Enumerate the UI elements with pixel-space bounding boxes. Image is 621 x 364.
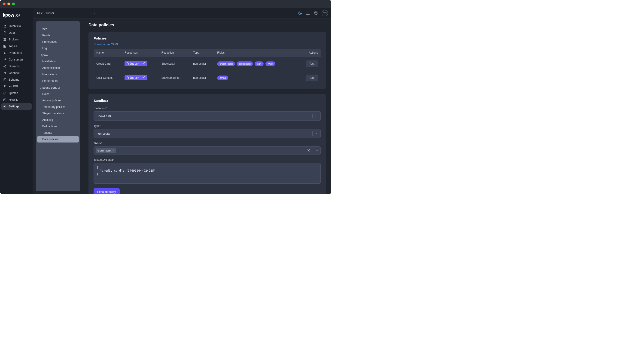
fields-tag-input[interactable]: credit_card✕ ✕ bbox=[94, 147, 321, 154]
notifications-button[interactable] bbox=[306, 11, 310, 15]
subnav-integrations[interactable]: Integrations bbox=[37, 71, 79, 78]
svg-rect-1 bbox=[4, 40, 6, 41]
nav-item-label: kREPL bbox=[9, 98, 18, 101]
clear-all-icon[interactable]: ✕ bbox=[307, 148, 311, 153]
subnav-group-kpow: Kpow bbox=[37, 51, 79, 58]
document-icon bbox=[3, 31, 6, 34]
subnav-temporary-policies[interactable]: Temporary policies bbox=[37, 104, 79, 110]
subnav-log[interactable]: Log bbox=[37, 45, 79, 51]
svg-rect-15 bbox=[4, 99, 6, 101]
field-pill: credit_card bbox=[217, 61, 235, 66]
table-row: Credit Card [cluster, *] ShowLast4 non-s… bbox=[94, 57, 321, 71]
table-header-row: Name Resources Redaction Type Fields Act… bbox=[94, 49, 321, 57]
svg-point-8 bbox=[5, 67, 6, 67]
cell-fields: credit_card creditcard pan type bbox=[214, 57, 298, 71]
settings-subnav: User Profile Preferences Log Kpow Instal… bbox=[36, 21, 80, 191]
test-button[interactable]: Test bbox=[306, 61, 318, 67]
cluster-selector[interactable]: MSK Cluster bbox=[36, 10, 97, 16]
nav-topics[interactable]: Topics bbox=[1, 43, 32, 50]
subnav-performance[interactable]: Performance bbox=[37, 78, 79, 84]
cell-type: non-scalar bbox=[190, 57, 214, 71]
col-name: Name bbox=[94, 49, 122, 57]
nav-connect[interactable]: Connect bbox=[1, 70, 32, 76]
svg-text:{}: {} bbox=[4, 79, 5, 80]
topbar: MSK Cluster TO bbox=[33, 8, 331, 18]
nav-item-label: Consumers bbox=[9, 58, 24, 61]
home-icon bbox=[3, 24, 6, 28]
fields-label: Fields* bbox=[94, 142, 321, 145]
primary-sidebar: kpow Overview Data Brokers Topics Produc… bbox=[0, 8, 33, 194]
nav-item-label: Streams bbox=[9, 65, 20, 68]
nav-item-label: Overview bbox=[9, 24, 21, 28]
download-yaml-link[interactable]: Download as YAML bbox=[94, 43, 119, 46]
arrow-down-icon bbox=[3, 58, 6, 61]
gauge-icon bbox=[3, 91, 6, 95]
field-pill: email bbox=[217, 76, 228, 80]
body-area: kpow Overview Data Brokers Topics Produc… bbox=[0, 8, 331, 194]
nav-item-label: Data bbox=[9, 31, 15, 34]
svg-line-10 bbox=[4, 66, 5, 67]
nav-ksqldb[interactable]: ksqlDB bbox=[1, 83, 32, 90]
help-button[interactable] bbox=[314, 11, 318, 15]
cluster-name: MSK Cluster bbox=[37, 11, 54, 15]
user-avatar[interactable]: TO bbox=[322, 10, 328, 17]
tag-label: credit_card bbox=[98, 149, 111, 152]
nav-streams[interactable]: Streams bbox=[1, 63, 32, 69]
minimize-window-button[interactable] bbox=[7, 2, 10, 5]
window-titlebar bbox=[0, 0, 331, 8]
logo-text: kpow bbox=[3, 13, 14, 18]
maximize-window-button[interactable] bbox=[12, 2, 15, 5]
nav-overview[interactable]: Overview bbox=[1, 23, 32, 29]
subnav-data-policies[interactable]: Data policies bbox=[37, 136, 79, 143]
svg-rect-0 bbox=[4, 38, 6, 39]
page-title: Data policies bbox=[88, 23, 326, 28]
nav-krepl[interactable]: kREPL bbox=[1, 97, 32, 103]
close-window-button[interactable] bbox=[3, 2, 5, 5]
svg-point-7 bbox=[5, 65, 6, 66]
nav-schema[interactable]: {}Schema bbox=[1, 76, 32, 83]
remove-tag-icon[interactable]: ✕ bbox=[112, 149, 114, 152]
subnav-installation[interactable]: Installation bbox=[37, 58, 79, 65]
nav-item-label: Quotas bbox=[9, 91, 18, 95]
resource-pill: [cluster, *] bbox=[124, 61, 147, 66]
subnav-roles[interactable]: Roles bbox=[37, 91, 79, 97]
subnav-staged-mutations[interactable]: Staged mutations bbox=[37, 110, 79, 117]
cell-name: Credit Card bbox=[94, 57, 122, 71]
chevron-down-icon bbox=[93, 12, 96, 15]
theme-toggle[interactable] bbox=[298, 11, 302, 15]
chevron-down-icon bbox=[315, 132, 318, 135]
nav-settings[interactable]: Settings bbox=[1, 103, 32, 110]
json-textarea[interactable] bbox=[94, 163, 321, 184]
nav-item-label: Producers bbox=[9, 51, 22, 54]
json-label: Test JSON data* bbox=[94, 158, 321, 162]
arrow-up-icon bbox=[3, 51, 6, 54]
subnav-bulk-actions[interactable]: Bulk actions bbox=[37, 123, 79, 130]
server-icon bbox=[3, 38, 6, 41]
braces-icon: {} bbox=[3, 78, 6, 81]
subnav-audit-log[interactable]: Audit log bbox=[37, 117, 79, 123]
avatar-initials: TO bbox=[323, 12, 327, 15]
nav-item-label: ksqlDB bbox=[9, 85, 18, 88]
type-select[interactable]: non-scalar bbox=[94, 129, 321, 138]
nav-producers[interactable]: Producers bbox=[1, 50, 32, 56]
cell-type: non-scalar bbox=[190, 71, 214, 85]
app-window: kpow Overview Data Brokers Topics Produc… bbox=[0, 0, 331, 194]
svg-point-6 bbox=[4, 66, 4, 66]
terminal-icon bbox=[3, 98, 6, 101]
subnav-access-policies[interactable]: Access policies bbox=[37, 97, 79, 104]
subnav-preferences[interactable]: Preferences bbox=[37, 39, 79, 45]
field-pill: creditcard bbox=[237, 61, 253, 66]
test-button[interactable]: Test bbox=[306, 75, 318, 81]
nav-data[interactable]: Data bbox=[1, 30, 32, 36]
execute-policy-button[interactable]: Execute policy bbox=[94, 188, 120, 194]
nav-item-label: Brokers bbox=[9, 38, 19, 41]
redaction-select[interactable]: ShowLast4 bbox=[94, 111, 321, 121]
nav-consumers[interactable]: Consumers bbox=[1, 56, 32, 63]
field-tag: credit_card✕ bbox=[96, 148, 116, 153]
subnav-authentication[interactable]: Authentication bbox=[37, 65, 79, 71]
nav-quotas[interactable]: Quotas bbox=[1, 90, 32, 96]
nav-brokers[interactable]: Brokers bbox=[1, 36, 32, 43]
sandbox-title: Sandbox bbox=[94, 99, 321, 102]
subnav-profile[interactable]: Profile bbox=[37, 32, 79, 39]
subnav-tenants[interactable]: Tenants bbox=[37, 130, 79, 136]
